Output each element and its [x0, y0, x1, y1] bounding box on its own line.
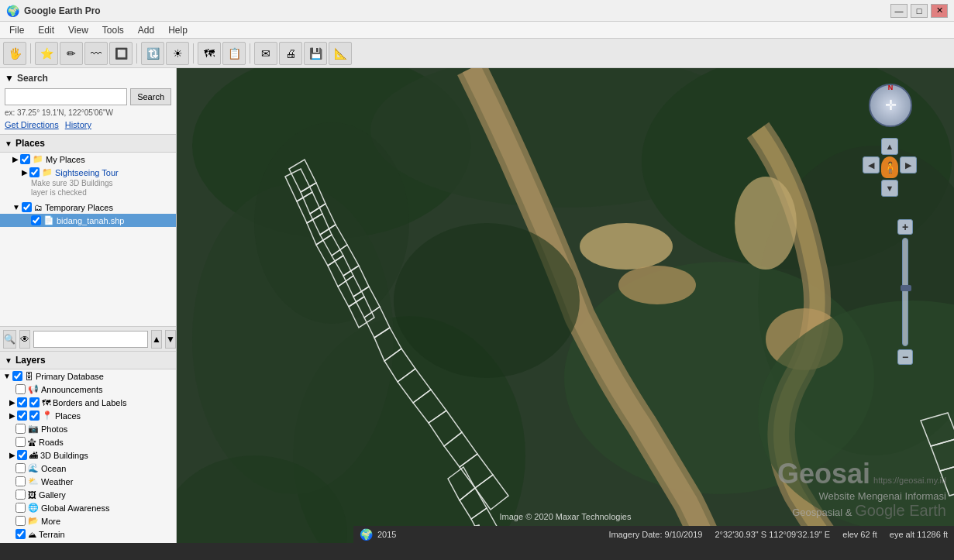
- nav-up-button[interactable]: ▲: [881, 138, 898, 155]
- year-label: 2015: [377, 530, 396, 539]
- gallery-checkbox[interactable]: [15, 490, 26, 500]
- nav-middle-row: ◀ 🧍 ▶: [863, 156, 917, 178]
- nav-down-button[interactable]: ▼: [881, 180, 898, 197]
- roads-icon: 🛣: [28, 438, 36, 447]
- toolbar-btn-placemark[interactable]: ⭐: [35, 42, 58, 65]
- announcements-checkbox[interactable]: [15, 384, 26, 394]
- borders-label: Borders and Labels: [53, 398, 126, 407]
- minimize-button[interactable]: —: [890, 4, 908, 18]
- move-down-btn[interactable]: ▼: [165, 330, 176, 349]
- layer-gallery[interactable]: 🖼 Gallery: [0, 488, 176, 501]
- borders-sub-checkbox[interactable]: [29, 397, 40, 407]
- nav-person-icon[interactable]: 🧍: [881, 156, 898, 178]
- places-title: Places: [15, 138, 45, 149]
- titlebar-controls: — □ ✕: [890, 4, 948, 18]
- menu-edit[interactable]: Edit: [32, 23, 60, 37]
- toolbar-btn-switch[interactable]: 🗺: [198, 42, 221, 65]
- search-input[interactable]: [5, 88, 127, 105]
- layer-terrain[interactable]: ⛰ Terrain: [0, 527, 176, 541]
- layer-places[interactable]: ▶ 📍 Places: [0, 409, 176, 422]
- nav-right-button[interactable]: ▶: [900, 156, 917, 173]
- layer-more[interactable]: 📂 More: [0, 514, 176, 527]
- menu-help[interactable]: Help: [162, 23, 194, 37]
- toolbar-btn-navigate[interactable]: 🖐: [3, 42, 26, 65]
- maximize-button[interactable]: □: [911, 4, 928, 18]
- toolbar-btn-view[interactable]: 📋: [222, 42, 246, 65]
- primary-db-item[interactable]: ▼ 🗄 Primary Database: [0, 369, 176, 383]
- search-header[interactable]: ▼ Search: [5, 73, 171, 84]
- places-l2-checkbox[interactable]: [29, 411, 40, 421]
- my-places-checkbox[interactable]: [20, 154, 30, 164]
- layer-photos[interactable]: 📷 Photos: [0, 422, 176, 435]
- layers-arrow: ▼: [5, 356, 12, 365]
- layer-borders[interactable]: ▶ 🗺 Borders and Labels: [0, 396, 176, 409]
- places-search-input[interactable]: [33, 331, 148, 348]
- places-header[interactable]: ▼ Places: [0, 135, 176, 153]
- toolbar-btn-measure[interactable]: 📐: [329, 42, 352, 65]
- global-checkbox[interactable]: [15, 503, 26, 513]
- layer-3d[interactable]: ▶ 🏙 3D Buildings: [0, 448, 176, 462]
- search-row: Search: [5, 88, 171, 105]
- search-places-btn[interactable]: 🔍: [3, 330, 16, 349]
- toolbar-btn-record[interactable]: 🔃: [141, 42, 164, 65]
- announcements-icon: 📢: [28, 384, 39, 394]
- photos-checkbox[interactable]: [15, 424, 26, 434]
- weather-label: Weather: [41, 477, 73, 486]
- move-up-btn[interactable]: ▲: [151, 330, 162, 349]
- toolbar-btn-sun[interactable]: ☀: [166, 42, 189, 65]
- zoom-in-button[interactable]: +: [897, 219, 913, 235]
- weather-checkbox[interactable]: [15, 476, 26, 486]
- close-button[interactable]: ✕: [931, 4, 948, 18]
- my-places-item[interactable]: ▶ 📁 My Places: [0, 153, 176, 166]
- layer-announcements[interactable]: 📢 Announcements: [0, 383, 176, 396]
- places-l-checkbox[interactable]: [17, 411, 27, 421]
- earth-logo-small: 🌍: [360, 528, 373, 541]
- sightseeing-checkbox[interactable]: [29, 167, 40, 177]
- view-btn[interactable]: 👁: [19, 330, 30, 349]
- terrain-checkbox[interactable]: [15, 529, 26, 539]
- layer-weather[interactable]: ⛅ Weather: [0, 475, 176, 488]
- borders-checkbox[interactable]: [17, 397, 27, 407]
- menu-view[interactable]: View: [62, 23, 95, 37]
- compass-circle[interactable]: N ✛: [869, 84, 912, 127]
- places-l-icon: 📍: [42, 411, 53, 421]
- svg-point-8: [580, 223, 673, 270]
- sightseeing-item[interactable]: ▶ 📁 Sightseeing Tour: [0, 166, 176, 179]
- 3d-checkbox[interactable]: [17, 450, 27, 460]
- primary-db-checkbox[interactable]: [12, 371, 22, 381]
- google-earth-text: Google Earth: [855, 502, 946, 519]
- app-icon: 🌍: [6, 5, 19, 17]
- temp-places-item[interactable]: ▼ 🗂 Temporary Places: [0, 201, 176, 214]
- places-section: ▼ Places ▶ 📁 My Places ▶ 📁 Sightseeing T…: [0, 135, 176, 327]
- my-places-label: My Places: [46, 155, 85, 164]
- layer-global[interactable]: 🌐 Global Awareness: [0, 501, 176, 514]
- layer-roads[interactable]: 🛣 Roads: [0, 435, 176, 448]
- menu-tools[interactable]: Tools: [96, 23, 130, 37]
- toolbar-btn-overlay[interactable]: 🔲: [109, 42, 133, 65]
- temp-places-checkbox[interactable]: [22, 202, 32, 212]
- toolbar-btn-email[interactable]: ✉: [254, 42, 277, 65]
- map-area[interactable]: N ✛ ▲ ◀ 🧍 ▶ ▼ + − Im: [177, 68, 954, 543]
- menu-add[interactable]: Add: [132, 23, 160, 37]
- history-link[interactable]: History: [65, 120, 91, 129]
- more-checkbox[interactable]: [15, 516, 26, 526]
- zoom-slider[interactable]: [902, 238, 908, 346]
- layer-ocean[interactable]: 🌊 Ocean: [0, 462, 176, 475]
- bidang-tanah-item[interactable]: 📄 bidang_tanah.shp: [0, 214, 176, 227]
- ocean-checkbox[interactable]: [15, 463, 26, 473]
- layers-header[interactable]: ▼ Layers: [0, 352, 176, 369]
- bidang-checkbox[interactable]: [31, 215, 41, 225]
- menu-file[interactable]: File: [3, 23, 30, 37]
- get-directions-link[interactable]: Get Directions: [5, 120, 59, 129]
- search-button[interactable]: Search: [130, 88, 171, 105]
- layers-section: ▼ Layers ▼ 🗄 Primary Database 📢 Announce…: [0, 352, 176, 543]
- nav-compass[interactable]: N ✛: [869, 84, 915, 130]
- toolbar-btn-print[interactable]: 🖨: [279, 42, 302, 65]
- ocean-label: Ocean: [41, 464, 66, 473]
- roads-checkbox[interactable]: [15, 437, 26, 447]
- toolbar-btn-save[interactable]: 💾: [304, 42, 327, 65]
- toolbar-btn-polygon[interactable]: ✏: [60, 42, 83, 65]
- nav-left-button[interactable]: ◀: [863, 156, 880, 173]
- toolbar-btn-path[interactable]: 〰: [84, 42, 108, 65]
- zoom-out-button[interactable]: −: [897, 349, 913, 365]
